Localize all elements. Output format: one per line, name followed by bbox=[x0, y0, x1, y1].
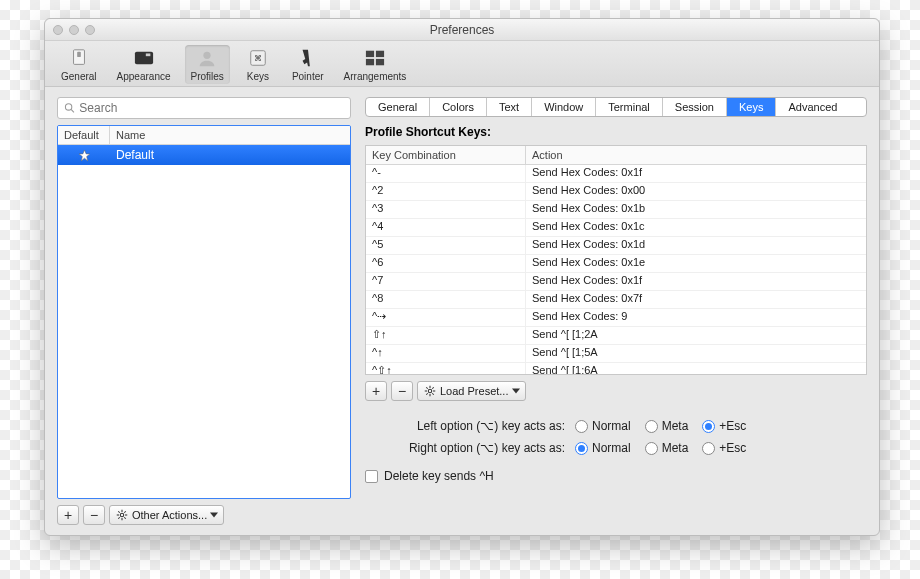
cell-combo: ^⇢ bbox=[366, 309, 526, 326]
table-row[interactable]: ^↑Send ^[ [1;5A bbox=[366, 345, 866, 363]
general-icon bbox=[65, 47, 93, 69]
radio-label: +Esc bbox=[719, 441, 746, 455]
toolbar-item-profiles[interactable]: Profiles bbox=[185, 45, 230, 84]
tab-session[interactable]: Session bbox=[663, 98, 727, 116]
svg-text:⌘: ⌘ bbox=[254, 54, 262, 63]
cell-combo: ^4 bbox=[366, 219, 526, 236]
search-input[interactable] bbox=[79, 101, 344, 115]
table-row[interactable]: ^3Send Hex Codes: 0x1b bbox=[366, 201, 866, 219]
cell-action: Send Hex Codes: 0x00 bbox=[526, 183, 866, 200]
load-preset-button[interactable]: Load Preset... bbox=[417, 381, 526, 401]
keys-table[interactable]: Key Combination Action ^-Send Hex Codes:… bbox=[365, 145, 867, 375]
toolbar-item-arrangements[interactable]: Arrangements bbox=[338, 45, 413, 84]
table-row[interactable]: ⇧↑Send ^[ [1;2A bbox=[366, 327, 866, 345]
table-row[interactable]: ^5Send Hex Codes: 0x1d bbox=[366, 237, 866, 255]
option-rows: Left option (⌥) key acts as: NormalMeta+… bbox=[365, 415, 867, 459]
tab-general[interactable]: General bbox=[366, 98, 430, 116]
add-profile-button[interactable]: + bbox=[57, 505, 79, 525]
remove-profile-button[interactable]: − bbox=[83, 505, 105, 525]
cell-combo: ⇧↑ bbox=[366, 327, 526, 344]
keys-buttons: + − Load Preset... bbox=[365, 381, 867, 401]
add-key-button[interactable]: + bbox=[365, 381, 387, 401]
toolbar-item-keys[interactable]: ⌘Keys bbox=[238, 45, 278, 84]
tab-advanced[interactable]: Advanced bbox=[776, 98, 849, 116]
tab-window[interactable]: Window bbox=[532, 98, 596, 116]
toolbar-item-pointer[interactable]: Pointer bbox=[286, 45, 330, 84]
delete-key-row[interactable]: Delete key sends ^H bbox=[365, 469, 867, 483]
table-row[interactable]: ^2Send Hex Codes: 0x00 bbox=[366, 183, 866, 201]
svg-line-22 bbox=[118, 517, 120, 519]
right-option-label: Right option (⌥) key acts as: bbox=[365, 441, 575, 455]
left-pane: Default Name Default + − Other Actions..… bbox=[57, 97, 351, 525]
cell-combo: ^6 bbox=[366, 255, 526, 272]
toolbar-item-appearance[interactable]: Appearance bbox=[111, 45, 177, 84]
other-actions-button[interactable]: Other Actions... bbox=[109, 505, 224, 525]
star-icon bbox=[58, 149, 110, 162]
svg-line-30 bbox=[432, 387, 434, 389]
toolbar-label: Profiles bbox=[191, 71, 224, 82]
svg-point-11 bbox=[65, 104, 71, 110]
table-row[interactable]: ^8Send Hex Codes: 0x7f bbox=[366, 291, 866, 309]
remove-key-button[interactable]: − bbox=[391, 381, 413, 401]
profile-row[interactable]: Default bbox=[58, 145, 350, 165]
svg-line-29 bbox=[432, 393, 434, 395]
tab-colors[interactable]: Colors bbox=[430, 98, 487, 116]
cell-action: Send Hex Codes: 0x1b bbox=[526, 201, 866, 218]
svg-line-20 bbox=[124, 517, 126, 519]
cell-action: Send ^[ [1;5A bbox=[526, 345, 866, 362]
search-icon bbox=[64, 102, 75, 114]
radio-icon bbox=[645, 442, 658, 455]
content: Default Name Default + − Other Actions..… bbox=[45, 87, 879, 535]
tab-keys[interactable]: Keys bbox=[727, 98, 776, 116]
right-option-normal[interactable]: Normal bbox=[575, 441, 631, 455]
cell-combo: ^5 bbox=[366, 237, 526, 254]
svg-line-19 bbox=[118, 511, 120, 513]
titlebar: Preferences bbox=[45, 19, 879, 41]
svg-rect-9 bbox=[366, 59, 374, 65]
right-option-esc[interactable]: +Esc bbox=[702, 441, 746, 455]
profiles-header-default: Default bbox=[58, 126, 110, 144]
table-row[interactable]: ^6Send Hex Codes: 0x1e bbox=[366, 255, 866, 273]
profiles-list[interactable]: Default Name Default bbox=[57, 125, 351, 499]
left-option-meta[interactable]: Meta bbox=[645, 419, 689, 433]
svg-point-14 bbox=[120, 513, 123, 516]
tab-terminal[interactable]: Terminal bbox=[596, 98, 663, 116]
arrangements-icon bbox=[361, 47, 389, 69]
radio-icon bbox=[645, 420, 658, 433]
right-option-group: NormalMeta+Esc bbox=[575, 441, 746, 455]
search-field[interactable] bbox=[57, 97, 351, 119]
table-row[interactable]: ^4Send Hex Codes: 0x1c bbox=[366, 219, 866, 237]
toolbar-item-general[interactable]: General bbox=[55, 45, 103, 84]
svg-marker-13 bbox=[79, 150, 90, 161]
toolbar-label: Appearance bbox=[117, 71, 171, 82]
svg-line-21 bbox=[124, 511, 126, 513]
preferences-window: Preferences GeneralAppearanceProfiles⌘Ke… bbox=[44, 18, 880, 536]
radio-icon bbox=[702, 420, 715, 433]
cell-action: Send ^[ [1;6A bbox=[526, 363, 866, 374]
section-title: Profile Shortcut Keys: bbox=[365, 125, 867, 139]
radio-label: Normal bbox=[592, 419, 631, 433]
left-option-normal[interactable]: Normal bbox=[575, 419, 631, 433]
cell-action: Send Hex Codes: 0x1f bbox=[526, 273, 866, 290]
profiles-icon bbox=[193, 47, 221, 69]
cell-action: Send Hex Codes: 0x1e bbox=[526, 255, 866, 272]
svg-point-23 bbox=[428, 389, 431, 392]
svg-rect-3 bbox=[145, 53, 150, 56]
table-row[interactable]: ^7Send Hex Codes: 0x1f bbox=[366, 273, 866, 291]
profiles-buttons: + − Other Actions... bbox=[57, 505, 351, 525]
radio-icon bbox=[702, 442, 715, 455]
window-title: Preferences bbox=[45, 23, 879, 37]
toolbar: GeneralAppearanceProfiles⌘KeysPointerArr… bbox=[45, 41, 879, 87]
keys-table-header: Key Combination Action bbox=[366, 146, 866, 165]
table-row[interactable]: ^-Send Hex Codes: 0x1f bbox=[366, 165, 866, 183]
delete-key-checkbox[interactable] bbox=[365, 470, 378, 483]
table-row[interactable]: ^⇧↑Send ^[ [1;6A bbox=[366, 363, 866, 374]
toolbar-label: General bbox=[61, 71, 97, 82]
right-option-meta[interactable]: Meta bbox=[645, 441, 689, 455]
left-option-esc[interactable]: +Esc bbox=[702, 419, 746, 433]
cell-combo: ^↑ bbox=[366, 345, 526, 362]
cell-action: Send Hex Codes: 0x1d bbox=[526, 237, 866, 254]
table-row[interactable]: ^⇢Send Hex Codes: 9 bbox=[366, 309, 866, 327]
tab-text[interactable]: Text bbox=[487, 98, 532, 116]
cell-combo: ^2 bbox=[366, 183, 526, 200]
